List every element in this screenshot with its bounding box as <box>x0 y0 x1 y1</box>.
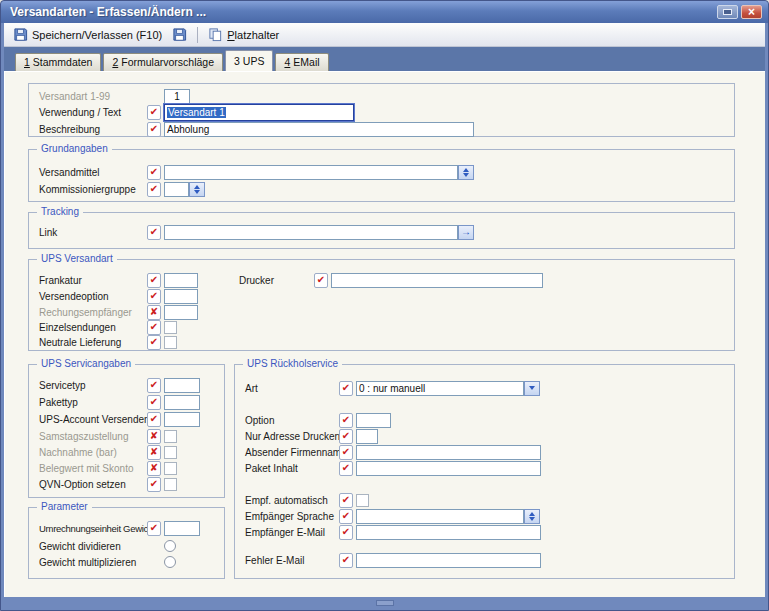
kommissioniergruppe-spinner-button[interactable] <box>189 182 205 197</box>
beschreibung-input[interactable]: Abholung <box>164 122 474 137</box>
versandmittel-spinner-button[interactable] <box>458 165 474 180</box>
art-confirm-check-icon[interactable]: ✔ <box>339 381 353 396</box>
nachnahme-cross-icon[interactable]: ✘ <box>147 445 161 460</box>
platzhalter-button[interactable]: Platzhalter <box>204 24 283 45</box>
versendeoption-input[interactable] <box>164 289 198 304</box>
nur-adresse-input[interactable] <box>356 429 378 444</box>
empfaenger-sprache-field[interactable] <box>356 509 524 524</box>
toolbar: Speichern/Verlassen (F10) Platzhalter <box>4 23 765 47</box>
rechnungsempfaenger-label: Rechungsempfänger <box>39 307 147 318</box>
absender-confirm-check-icon[interactable]: ✔ <box>339 445 353 460</box>
versandmittel-field[interactable] <box>164 165 458 180</box>
pakettyp-confirm-check-icon[interactable]: ✔ <box>147 395 161 410</box>
art-selected-value: 0 : nur manuell <box>356 381 524 396</box>
drucker-confirm-check-icon[interactable]: ✔ <box>314 273 328 288</box>
versendeoption-confirm-check-icon[interactable]: ✔ <box>147 289 161 304</box>
ups-rueckholservice-title: UPS Rückholservice <box>243 358 342 369</box>
verwendung-input[interactable]: Versandart 1 <box>164 104 354 121</box>
versendeoption-label: Versendeoption <box>39 291 147 302</box>
empfaenger-sprache-confirm-check-icon[interactable]: ✔ <box>339 509 353 524</box>
arrow-right-icon: → <box>461 227 471 237</box>
empf-automatisch-confirm-check-icon[interactable]: ✔ <box>339 493 353 508</box>
paket-inhalt-confirm-check-icon[interactable]: ✔ <box>339 461 353 476</box>
art-dropdown-button[interactable] <box>524 381 540 396</box>
samstagszustellung-cross-icon[interactable]: ✘ <box>147 429 161 444</box>
close-icon: × <box>748 7 755 18</box>
qvn-option-confirm-check-icon[interactable]: ✔ <box>147 477 161 492</box>
kommissioniergruppe-field[interactable] <box>164 182 189 197</box>
fehler-email-confirm-check-icon[interactable]: ✔ <box>339 553 353 568</box>
art-dropdown[interactable]: 0 : nur manuell <box>356 381 540 396</box>
versandmittel-confirm-check-icon[interactable]: ✔ <box>147 165 161 180</box>
belegwert-cross-icon[interactable]: ✘ <box>147 461 161 476</box>
belegwert-checkbox[interactable] <box>164 462 177 475</box>
nachnahme-label: Nachnahme (bar) <box>39 447 147 458</box>
ups-account-label: UPS-Account Versender <box>39 414 147 425</box>
verwendung-confirm-check-icon[interactable]: ✔ <box>147 105 161 120</box>
versandmittel-combobox[interactable] <box>164 165 474 180</box>
tab-email[interactable]: 4EMail <box>275 53 328 71</box>
nur-adresse-drucken-label: Nur Adresse Drucken <box>245 431 339 442</box>
gewicht-dividieren-radio[interactable] <box>164 540 176 552</box>
umrechnungseinheit-confirm-check-icon[interactable]: ✔ <box>147 521 161 536</box>
tab-formularvorschlaege[interactable]: 2Formularvorschläge <box>103 53 223 71</box>
fehler-email-label: Fehler E-Mail <box>245 555 339 566</box>
window-controls: × <box>717 5 762 19</box>
ups-versandart-title: UPS Versandart <box>37 253 117 264</box>
title-bar[interactable]: Versandarten - Erfassen/Ändern ... × <box>1 1 768 23</box>
link-confirm-check-icon[interactable]: ✔ <box>147 225 161 240</box>
rechnungsempfaenger-cross-icon[interactable]: ✘ <box>147 305 161 320</box>
ups-account-input[interactable] <box>164 412 200 427</box>
tab-stammdaten[interactable]: 1Stammdaten <box>15 53 101 71</box>
empfaenger-sprache-combobox[interactable] <box>356 509 540 524</box>
versandart-number-label: Versandart 1-99 <box>39 91 147 102</box>
link-input[interactable] <box>164 225 458 240</box>
window-resize-grip[interactable] <box>376 600 394 606</box>
beschreibung-confirm-check-icon[interactable]: ✔ <box>147 122 161 137</box>
empf-automatisch-checkbox[interactable] <box>356 494 369 507</box>
option-input[interactable] <box>356 413 391 428</box>
nachnahme-checkbox[interactable] <box>164 446 177 459</box>
tab-ups[interactable]: 3UPS <box>225 50 273 71</box>
frankatur-input[interactable] <box>164 273 198 288</box>
rechnungsempfaenger-input[interactable] <box>164 305 198 320</box>
save-exit-button[interactable]: Speichern/Verlassen (F10) <box>9 24 166 45</box>
neutrale-lieferung-label: Neutrale Lieferung <box>39 337 147 348</box>
option-confirm-check-icon[interactable]: ✔ <box>339 413 353 428</box>
neutrale-lieferung-checkbox[interactable] <box>164 336 177 349</box>
servicetyp-input[interactable] <box>164 378 200 393</box>
gewicht-multiplizieren-radio[interactable] <box>164 556 176 568</box>
umrechnungseinheit-input[interactable] <box>164 521 200 536</box>
absender-firmenname-input[interactable] <box>356 445 541 460</box>
nur-adresse-confirm-check-icon[interactable]: ✔ <box>339 429 353 444</box>
pakettyp-input[interactable] <box>164 395 200 410</box>
gewicht-multiplizieren-label: Gewicht multiplizieren <box>39 557 147 568</box>
fehler-email-input[interactable] <box>356 553 541 568</box>
qvn-option-checkbox[interactable] <box>164 478 177 491</box>
empfaenger-email-confirm-check-icon[interactable]: ✔ <box>339 525 353 540</box>
link-open-button[interactable]: → <box>458 225 474 240</box>
einzelsendungen-checkbox[interactable] <box>164 321 177 334</box>
ups-versandart-section: UPS Versandart Frankatur ✔ Drucker ✔ Ver… <box>28 259 735 351</box>
drucker-input[interactable] <box>331 273 543 288</box>
neutrale-lieferung-confirm-check-icon[interactable]: ✔ <box>147 335 161 350</box>
kommissioniergruppe-confirm-check-icon[interactable]: ✔ <box>147 182 161 197</box>
samstagszustellung-checkbox[interactable] <box>164 430 177 443</box>
ups-account-confirm-check-icon[interactable]: ✔ <box>147 412 161 427</box>
grundangaben-section: Grundangaben Versandmittel ✔ Kommissioni… <box>28 149 735 202</box>
paket-inhalt-input[interactable] <box>356 461 541 476</box>
save-button[interactable] <box>168 24 191 45</box>
tracking-title: Tracking <box>37 206 83 217</box>
empfaenger-sprache-spinner-button[interactable] <box>524 509 540 524</box>
frankatur-confirm-check-icon[interactable]: ✔ <box>147 273 161 288</box>
window-restore-button[interactable] <box>717 5 738 19</box>
einzelsendungen-confirm-check-icon[interactable]: ✔ <box>147 320 161 335</box>
versandart-number-field[interactable]: 1 <box>164 89 190 104</box>
window-close-button[interactable]: × <box>741 5 762 19</box>
grundangaben-title: Grundangaben <box>37 143 112 154</box>
servicetyp-confirm-check-icon[interactable]: ✔ <box>147 378 161 393</box>
kommissioniergruppe-combobox[interactable] <box>164 182 205 197</box>
empfaenger-email-input[interactable] <box>356 525 541 540</box>
absender-firmenname-label: Absender Firmenname <box>245 447 339 458</box>
empfaenger-sprache-label: Emfpänger Sprache <box>245 511 339 522</box>
